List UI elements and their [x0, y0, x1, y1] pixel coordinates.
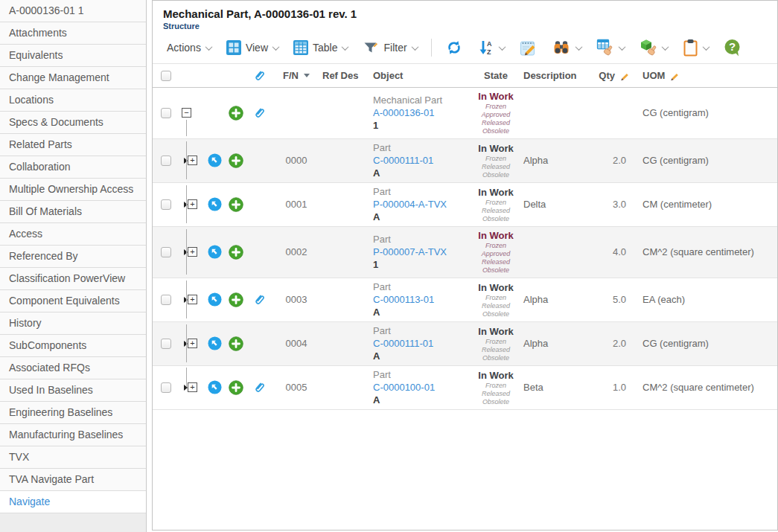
attachment-icon[interactable]	[252, 381, 266, 394]
sidebar-item-change-management[interactable]: Change Management	[0, 67, 146, 89]
sidebar-item-history[interactable]: History	[0, 313, 146, 335]
navigate-icon[interactable]	[208, 153, 222, 167]
sidebar-item-engineering-baselines[interactable]: Engineering Baselines	[0, 402, 146, 424]
object-revision: A	[373, 167, 468, 179]
add-icon[interactable]	[229, 153, 243, 168]
add-icon[interactable]	[229, 106, 243, 121]
attachment-icon[interactable]	[252, 106, 266, 120]
tree-cell: +	[179, 185, 205, 223]
table-row: + 0001 Part P-000004-A-TVX A In Work Fro…	[153, 183, 777, 227]
apply-button[interactable]	[634, 37, 673, 58]
edit-button[interactable]	[514, 38, 542, 58]
table-select-button[interactable]	[591, 37, 630, 58]
expand-toggle[interactable]: +	[188, 199, 197, 209]
object-link[interactable]: C-0000111-01	[373, 154, 468, 167]
expand-toggle[interactable]: +	[188, 295, 197, 304]
row-checkbox[interactable]	[161, 199, 171, 210]
row-checkbox[interactable]	[161, 247, 171, 257]
sidebar-item-attachments[interactable]: Attachments	[0, 22, 146, 45]
sort-az-button[interactable]: AZ	[473, 37, 510, 58]
svg-text:Z: Z	[487, 48, 491, 56]
navigate-icon[interactable]	[208, 336, 222, 350]
sidebar-item-collaboration[interactable]: Collaboration	[0, 156, 146, 179]
add-icon[interactable]	[229, 245, 243, 260]
uom-value: CM^2 (square centimeter)	[634, 382, 777, 393]
navigate-icon[interactable]	[208, 380, 222, 394]
filter-menu[interactable]: Filter	[357, 39, 422, 57]
expand-toggle[interactable]: −	[182, 108, 191, 118]
table-menu[interactable]: Table	[288, 39, 353, 57]
substate-list: FrozenReleasedObsolete	[468, 199, 523, 223]
clipboard-button[interactable]	[677, 37, 714, 58]
actions-menu[interactable]: Actions	[162, 40, 217, 55]
qty-value: 2.0	[598, 338, 634, 349]
row-checkbox[interactable]	[161, 295, 171, 305]
edit-notepad-icon	[520, 39, 537, 57]
main-header: Mechanical Part, A-0000136-01 rev. 1 Str…	[153, 1, 777, 32]
sidebar-item-used-in-baselines[interactable]: Used In Baselines	[0, 379, 146, 402]
table-row: + 0003 Part C-0000113-01 A In Work Froze…	[153, 278, 777, 322]
expand-toggle[interactable]: +	[188, 382, 197, 392]
refresh-button[interactable]	[440, 37, 468, 58]
object-link[interactable]: C-0000100-01	[373, 381, 468, 394]
search-binoculars-button[interactable]	[546, 38, 587, 57]
sidebar-item-locations[interactable]: Locations	[0, 89, 146, 112]
sidebar-item-multiple-ownership-access[interactable]: Multiple Ownership Access	[0, 179, 146, 201]
help-button[interactable]: ?	[718, 37, 747, 58]
description-column-header: Description	[523, 70, 598, 81]
tree-cell: +	[179, 368, 205, 406]
sort-indicator-icon	[304, 74, 310, 77]
sidebar-item-component-equivalents[interactable]: Component Equivalents	[0, 290, 146, 313]
sidebar-item-tvx[interactable]: TVX	[0, 446, 146, 469]
navigate-icon[interactable]	[208, 292, 222, 307]
object-link[interactable]: C-0000111-01	[373, 337, 468, 350]
sidebar-item-navigate[interactable]: Navigate	[0, 491, 146, 513]
object-link[interactable]: C-0000113-01	[373, 293, 468, 306]
attachment-icon[interactable]	[252, 293, 266, 307]
sidebar-item-access[interactable]: Access	[0, 223, 146, 246]
substate-list: FrozenApprovedReleasedObsolete	[468, 242, 523, 275]
sidebar-item-a-0000136-01-1[interactable]: A-0000136-01 1	[0, 0, 146, 22]
green-cube-hand-icon	[640, 39, 657, 57]
edit-pencil-icon[interactable]	[619, 71, 629, 81]
object-link[interactable]: P-000007-A-TVX	[373, 246, 468, 258]
chevron-down-icon	[702, 43, 710, 51]
expand-toggle[interactable]: +	[188, 339, 197, 348]
add-icon[interactable]	[229, 292, 243, 307]
table-row: + 0005 Part C-0000100-01 A In Work Froze…	[153, 366, 777, 410]
uom-column-header: UOM	[634, 70, 777, 81]
expand-toggle[interactable]: +	[188, 247, 197, 257]
sidebar-item-associated-rfqs[interactable]: Associated RFQs	[0, 357, 146, 379]
sidebar-item-tva-navigate-part[interactable]: TVA Navigate Part	[0, 469, 146, 491]
fn-column-header[interactable]: F/N	[270, 70, 322, 81]
row-checkbox[interactable]	[161, 339, 171, 349]
description-value: Alpha	[523, 338, 598, 349]
row-checkbox[interactable]	[161, 156, 171, 166]
sidebar-item-subcomponents[interactable]: SubComponents	[0, 335, 146, 357]
edit-pencil-icon[interactable]	[669, 71, 679, 81]
row-checkbox[interactable]	[161, 108, 171, 118]
substate-label: Frozen	[468, 199, 523, 207]
sidebar-item-classification-powerview[interactable]: Classification PowerView	[0, 268, 146, 290]
select-all-checkbox[interactable]	[161, 71, 171, 81]
add-icon[interactable]	[229, 336, 243, 351]
sidebar-item-referenced-by[interactable]: Referenced By	[0, 246, 146, 268]
object-link[interactable]: P-000004-A-TVX	[373, 198, 468, 211]
navigate-icon[interactable]	[208, 197, 222, 211]
view-menu[interactable]: View	[221, 39, 284, 57]
object-type: Part	[373, 368, 468, 381]
svg-text:A: A	[487, 40, 492, 48]
add-icon[interactable]	[229, 380, 243, 395]
sidebar-item-bill-of-materials[interactable]: Bill Of Materials	[0, 201, 146, 223]
sidebar-item-specs-documents[interactable]: Specs & Documents	[0, 112, 146, 134]
expand-toggle[interactable]: +	[188, 156, 197, 165]
add-icon[interactable]	[229, 197, 243, 212]
object-type: Part	[373, 324, 468, 337]
sidebar-item-equivalents[interactable]: Equivalents	[0, 45, 146, 67]
object-link[interactable]: A-0000136-01	[373, 106, 468, 119]
row-checkbox[interactable]	[161, 382, 171, 393]
navigate-icon[interactable]	[208, 245, 222, 259]
sidebar-item-related-parts[interactable]: Related Parts	[0, 134, 146, 156]
substate-label: Released	[468, 258, 523, 266]
sidebar-item-manufacturing-baselines[interactable]: Manufacturing Baselines	[0, 424, 146, 446]
